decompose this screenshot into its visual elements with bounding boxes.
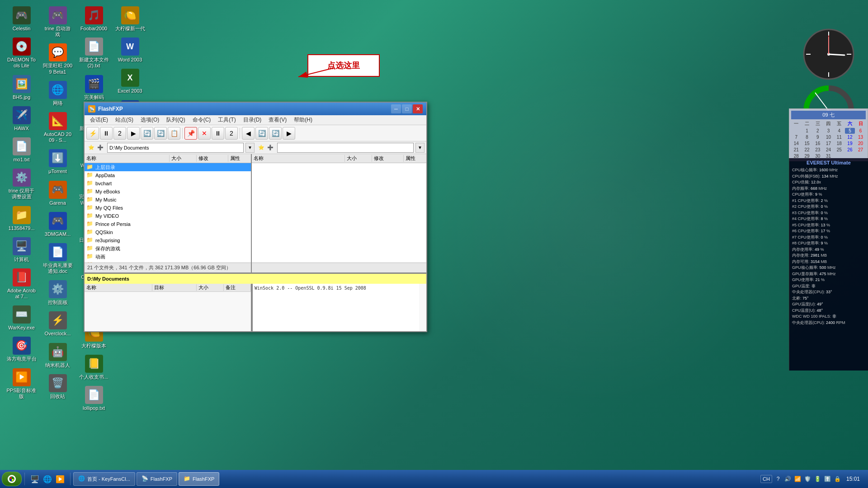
desktop-icon-3dm[interactable]: 🎮 3DMGAM... (41, 210, 75, 239)
toolbar-btn-2[interactable]: ⏸ (100, 127, 113, 140)
desktop-icon-bh5[interactable]: 🖼️ BH5.jpg (5, 73, 38, 102)
desktop-icon-overclk[interactable]: ⚡ Overclock... (41, 310, 75, 338)
desktop-icon-wangluo[interactable]: 🌐 网络 (41, 79, 75, 108)
desktop-icon-autocad[interactable]: 📐 AutoCAD 2009 - S... (41, 110, 75, 145)
desktop-icon-aliwang[interactable]: 💬 阿里旺旺 2009 Beta1 (41, 42, 75, 76)
desktop-icon-dajie2[interactable]: 🍋 大柠檬新一代 (113, 5, 147, 33)
desktop-icon-daemon[interactable]: 💿 DAEMON Tools Lite (5, 36, 38, 70)
tray-icon-help[interactable]: ? (774, 475, 782, 483)
desktop-icon-word2003[interactable]: W Word 2003 (113, 36, 147, 65)
file-row-baocun[interactable]: 📁 保存的游戏 (85, 244, 251, 253)
menu-gongju[interactable]: 工具(T) (214, 115, 239, 125)
desktop-icon-celestin[interactable]: 🎮 Celestin (5, 5, 38, 33)
menu-huihua[interactable]: 会话(E) (86, 115, 112, 125)
menu-xuanxiang[interactable]: 选项(O) (137, 115, 163, 125)
toolbar-refresh-btn[interactable]: 🔄 (255, 127, 268, 140)
tray-icon-power[interactable]: 🔋 (814, 475, 822, 483)
desktop-icon-lolipop[interactable]: 📄 lollipop.txt (77, 384, 111, 413)
desktop-icon-excel2003[interactable]: X Excel 2003 (113, 67, 147, 96)
tray-lang[interactable]: CH (760, 475, 772, 483)
toolbar-btn-4[interactable]: ▶ (127, 127, 140, 140)
tray-icon-network[interactable]: 📶 (794, 475, 802, 483)
desktop-icon-jisuanji[interactable]: 🖥️ 计算机 (5, 235, 38, 264)
toolbar-refresh2-btn[interactable]: 🔄 (269, 127, 282, 140)
maximize-button[interactable]: □ (402, 104, 412, 113)
taskbar-item-2[interactable]: 📡 FlashFXP (137, 472, 177, 486)
desktop-icon-trine2[interactable]: 🎮 trine 启动游戏 (41, 5, 75, 39)
menu-chakan[interactable]: 查看(V) (265, 115, 290, 125)
file-row-re3[interactable]: 📁 re3uprising (85, 236, 251, 244)
file-row-bvchart[interactable]: 📁 bvchart (85, 179, 251, 188)
right-addr-dropdown[interactable]: ▼ (415, 143, 425, 153)
toolbar-bookmark-btn[interactable]: 📌 (184, 127, 197, 140)
tray-time[interactable]: 15:01 (844, 476, 863, 482)
file-row-qq[interactable]: 📁 My QQ Files (85, 204, 251, 212)
desktop-icon-garena[interactable]: 🎮 Garena (41, 179, 75, 208)
cal-cell: 13 (855, 134, 866, 140)
file-row-video[interactable]: 📁 My VIDEO (85, 212, 251, 220)
menu-bangzhu[interactable]: 帮助(H) (290, 115, 316, 125)
right-file-list[interactable] (252, 163, 426, 263)
desktop-icon-foobar[interactable]: 🎵 Foobar2000 (77, 5, 111, 33)
desktop-icon-recycle[interactable]: 🗑️ 回收站 (41, 372, 75, 401)
desktop-icon-lifang[interactable]: 🎯 洛方电竞平台 (5, 335, 38, 364)
desktop-icon-pps[interactable]: ▶️ PPS影音标准版 (5, 366, 38, 401)
toolbar-btn-6[interactable]: 🔄 (154, 127, 167, 140)
tray-icon-security[interactable]: 🛡️ (804, 475, 812, 483)
toolbar-btn-5[interactable]: 🔄 (141, 127, 153, 140)
bookmark-icon[interactable]: ⭐ (87, 144, 95, 152)
add2-icon[interactable]: ➕ (266, 144, 274, 152)
desktop-icon-utorrent[interactable]: ⬇️ μTorrent (41, 147, 75, 176)
toolbar-right-btn[interactable]: ▶ (283, 127, 295, 140)
menu-zhandian[interactable]: 站点(S) (112, 115, 137, 125)
desktop-icon-trine[interactable]: ⚙️ trine 仅用于调整设置 (5, 167, 38, 202)
menu-duilie[interactable]: 队列(Q) (163, 115, 189, 125)
add-icon[interactable]: ➕ (96, 144, 104, 152)
toolbar-pause-btn[interactable]: ⏸ (212, 127, 224, 140)
ql-ie[interactable]: 🌐 (42, 474, 53, 484)
ql-media[interactable]: ▶️ (55, 474, 66, 484)
desktop-icon-kongzhi[interactable]: ⚙️ 控制面板 (41, 278, 75, 307)
start-button[interactable] (2, 472, 22, 486)
taskbar-item-1[interactable]: 🌐 首页 - KeyFansCl... (73, 472, 135, 486)
file-row-donghua[interactable]: 📁 动画 (85, 253, 251, 261)
taskbar-item-3[interactable]: 📁 FlashFXP (179, 472, 219, 486)
ql-show-desktop[interactable]: 🖥️ (29, 474, 40, 484)
tray-icon-antivirus[interactable]: 🔒 (834, 475, 842, 483)
left-address-input[interactable] (107, 143, 244, 153)
file-row-music[interactable]: 📁 My Music (85, 196, 251, 204)
file-row-qqskin[interactable]: 📁 QQSkin (85, 228, 251, 236)
bookmark2-icon[interactable]: ⭐ (257, 144, 265, 152)
menu-mingling[interactable]: 命令(C) (189, 115, 215, 125)
left-file-list[interactable]: 📁 上层目录 📁 AppData 📁 bvchart 📁 (85, 163, 251, 263)
close-button[interactable]: ✕ (413, 104, 423, 113)
toolbar-cancel-btn[interactable]: ✕ (198, 127, 211, 140)
desktop-icon-xinjian[interactable]: 📄 新建文本文件(2).txt (77, 36, 111, 70)
desktop-icon-11358[interactable]: 📁 11358479... (5, 204, 38, 233)
left-addr-dropdown[interactable]: ▼ (245, 143, 255, 153)
tray-icon-sound[interactable]: 🔊 (784, 475, 792, 483)
menu-mulu[interactable]: 目录(D) (240, 115, 265, 125)
toolbar-btn-7[interactable]: 📋 (168, 127, 180, 140)
toolbar-btn-3[interactable]: 2 (113, 127, 126, 140)
desktop-icon-nami[interactable]: 🤖 纳米机器人 (41, 341, 75, 370)
desktop-icon-gerenshu[interactable]: 📒 个人收支书... (77, 353, 111, 382)
toolbar-btn-1[interactable]: ⚡ (86, 127, 99, 140)
file-row-parent[interactable]: 📁 上层目录 (85, 163, 251, 171)
desktop-icon-warkey[interactable]: ⌨️ WarKey.exe (5, 304, 38, 333)
right-address-input[interactable] (277, 143, 414, 153)
desktop-icon-wanchuan[interactable]: 🎬 完美解码 (77, 73, 111, 102)
toolbar-left-btn[interactable]: ◀ (242, 127, 255, 140)
file-row-ebooks[interactable]: 📁 My eBooks (85, 188, 251, 196)
file-row-appdata[interactable]: 📁 AppData (85, 171, 251, 179)
file-row-prince[interactable]: 📁 Prince of Persia (85, 220, 251, 228)
minimize-button[interactable]: ─ (391, 104, 401, 113)
desktop-icon-biye[interactable]: 📄 毕业典礼重要通知.doc (41, 241, 75, 276)
cal-cell: 2 (812, 128, 823, 134)
tray-icon-update[interactable]: ⬆️ (824, 475, 832, 483)
toolbar-num-btn[interactable]: 2 (225, 127, 238, 140)
taskbar: 🖥️ 🌐 ▶️ 🌐 首页 - KeyFansCl... 📡 FlashFXP 📁… (0, 470, 868, 488)
desktop-icon-acrobat[interactable]: 📕 Adobe Acrobat 7... (5, 267, 38, 301)
desktop-icon-hawx[interactable]: ✈️ HAWX (5, 104, 38, 133)
desktop-icon-mo1[interactable]: 📄 mo1.txt (5, 136, 38, 164)
